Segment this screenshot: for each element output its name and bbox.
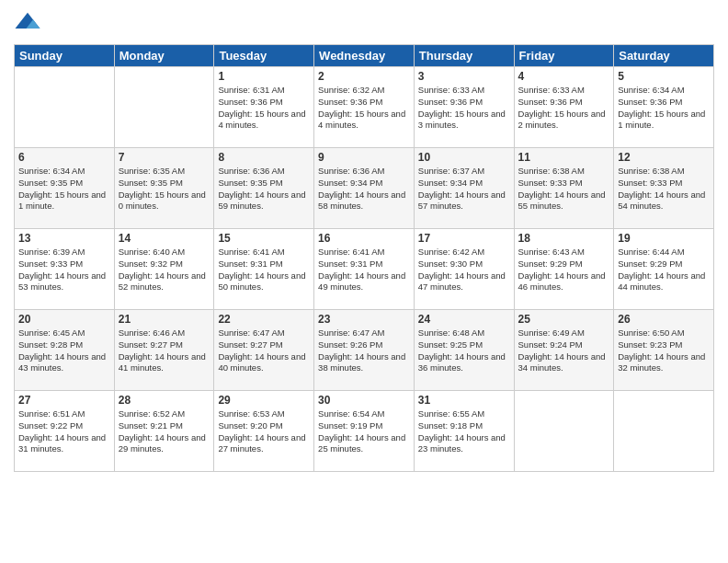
day-info: Sunrise: 6:34 AM Sunset: 9:36 PM Dayligh… [618,85,710,132]
day-number: 20 [18,313,110,326]
day-info: Sunrise: 6:38 AM Sunset: 9:33 PM Dayligh… [518,166,610,213]
weekday-header-monday: Monday [114,45,214,67]
day-number: 21 [119,313,210,326]
day-info: Sunrise: 6:43 AM Sunset: 9:29 PM Dayligh… [518,247,610,293]
day-number: 11 [518,151,610,164]
day-info: Sunrise: 6:41 AM Sunset: 9:31 PM Dayligh… [318,247,410,293]
day-info: Sunrise: 6:36 AM Sunset: 9:35 PM Dayligh… [218,166,310,213]
day-number: 2 [318,70,410,83]
day-info: Sunrise: 6:35 AM Sunset: 9:35 PM Dayligh… [119,166,210,213]
day-number: 24 [418,313,510,326]
day-number: 15 [218,232,310,245]
calendar-cell: 9Sunrise: 6:36 AM Sunset: 9:34 PM Daylig… [314,148,415,229]
weekday-header-tuesday: Tuesday [214,45,314,67]
calendar-cell: 20Sunrise: 6:45 AM Sunset: 9:28 PM Dayli… [15,310,115,391]
day-info: Sunrise: 6:34 AM Sunset: 9:35 PM Dayligh… [18,166,110,213]
calendar-cell: 1Sunrise: 6:31 AM Sunset: 9:36 PM Daylig… [214,67,314,148]
day-info: Sunrise: 6:52 AM Sunset: 9:21 PM Dayligh… [119,408,210,455]
day-number: 30 [318,394,410,407]
day-info: Sunrise: 6:50 AM Sunset: 9:23 PM Dayligh… [618,327,710,374]
day-number: 31 [418,394,510,407]
calendar-cell: 24Sunrise: 6:48 AM Sunset: 9:25 PM Dayli… [414,310,514,391]
day-number: 7 [119,151,210,164]
calendar-cell: 15Sunrise: 6:41 AM Sunset: 9:31 PM Dayli… [214,229,314,310]
day-info: Sunrise: 6:48 AM Sunset: 9:25 PM Dayligh… [418,327,510,374]
weekday-header-sunday: Sunday [15,45,115,67]
day-info: Sunrise: 6:55 AM Sunset: 9:18 PM Dayligh… [418,408,510,455]
calendar-cell: 30Sunrise: 6:54 AM Sunset: 9:19 PM Dayli… [314,391,415,472]
calendar-cell: 28Sunrise: 6:52 AM Sunset: 9:21 PM Dayli… [114,391,214,472]
logo-icon [14,9,41,37]
day-number: 10 [418,151,510,164]
calendar-cell: 2Sunrise: 6:32 AM Sunset: 9:36 PM Daylig… [314,67,415,148]
day-number: 4 [518,70,610,83]
calendar-cell: 23Sunrise: 6:47 AM Sunset: 9:26 PM Dayli… [314,310,415,391]
day-number: 9 [318,151,410,164]
day-info: Sunrise: 6:54 AM Sunset: 9:19 PM Dayligh… [318,408,410,455]
day-number: 17 [418,232,510,245]
page: SundayMondayTuesdayWednesdayThursdayFrid… [0,0,728,563]
day-number: 14 [119,232,210,245]
calendar-cell: 16Sunrise: 6:41 AM Sunset: 9:31 PM Dayli… [314,229,415,310]
weekday-header-friday: Friday [514,45,614,67]
day-number: 3 [418,70,510,83]
day-number: 8 [218,151,310,164]
day-info: Sunrise: 6:31 AM Sunset: 9:36 PM Dayligh… [218,85,310,132]
calendar-cell: 3Sunrise: 6:33 AM Sunset: 9:36 PM Daylig… [414,67,514,148]
calendar-cell: 19Sunrise: 6:44 AM Sunset: 9:29 PM Dayli… [614,229,714,310]
calendar-cell [15,67,115,148]
day-number: 6 [18,151,110,164]
day-info: Sunrise: 6:40 AM Sunset: 9:32 PM Dayligh… [119,247,210,293]
day-number: 18 [518,232,610,245]
day-info: Sunrise: 6:44 AM Sunset: 9:29 PM Dayligh… [618,247,710,293]
day-info: Sunrise: 6:42 AM Sunset: 9:30 PM Dayligh… [418,247,510,293]
day-info: Sunrise: 6:45 AM Sunset: 9:28 PM Dayligh… [18,327,110,374]
day-number: 28 [119,394,210,407]
calendar-cell [614,391,714,472]
logo [14,9,45,37]
day-number: 5 [618,70,710,83]
day-number: 23 [318,313,410,326]
day-info: Sunrise: 6:32 AM Sunset: 9:36 PM Dayligh… [318,85,410,132]
day-number: 29 [218,394,310,407]
calendar-cell: 18Sunrise: 6:43 AM Sunset: 9:29 PM Dayli… [514,229,614,310]
calendar-cell: 26Sunrise: 6:50 AM Sunset: 9:23 PM Dayli… [614,310,714,391]
day-info: Sunrise: 6:37 AM Sunset: 9:34 PM Dayligh… [418,166,510,213]
calendar-cell: 17Sunrise: 6:42 AM Sunset: 9:30 PM Dayli… [414,229,514,310]
calendar-cell: 13Sunrise: 6:39 AM Sunset: 9:33 PM Dayli… [15,229,115,310]
day-info: Sunrise: 6:46 AM Sunset: 9:27 PM Dayligh… [119,327,210,374]
calendar-cell: 14Sunrise: 6:40 AM Sunset: 9:32 PM Dayli… [114,229,214,310]
calendar-cell: 10Sunrise: 6:37 AM Sunset: 9:34 PM Dayli… [414,148,514,229]
calendar-cell: 22Sunrise: 6:47 AM Sunset: 9:27 PM Dayli… [214,310,314,391]
weekday-header-thursday: Thursday [414,45,514,67]
day-info: Sunrise: 6:39 AM Sunset: 9:33 PM Dayligh… [18,247,110,293]
weekday-header-saturday: Saturday [614,45,714,67]
day-number: 1 [218,70,310,83]
calendar-cell: 29Sunrise: 6:53 AM Sunset: 9:20 PM Dayli… [214,391,314,472]
day-info: Sunrise: 6:41 AM Sunset: 9:31 PM Dayligh… [218,247,310,293]
calendar-cell: 8Sunrise: 6:36 AM Sunset: 9:35 PM Daylig… [214,148,314,229]
calendar-cell: 27Sunrise: 6:51 AM Sunset: 9:22 PM Dayli… [15,391,115,472]
day-info: Sunrise: 6:36 AM Sunset: 9:34 PM Dayligh… [318,166,410,213]
day-info: Sunrise: 6:53 AM Sunset: 9:20 PM Dayligh… [218,408,310,455]
day-info: Sunrise: 6:38 AM Sunset: 9:33 PM Dayligh… [618,166,710,213]
day-number: 27 [18,394,110,407]
header [14,9,714,37]
day-info: Sunrise: 6:47 AM Sunset: 9:27 PM Dayligh… [218,327,310,374]
weekday-header-wednesday: Wednesday [314,45,415,67]
day-number: 25 [518,313,610,326]
day-number: 19 [618,232,710,245]
calendar-cell: 31Sunrise: 6:55 AM Sunset: 9:18 PM Dayli… [414,391,514,472]
calendar-cell: 12Sunrise: 6:38 AM Sunset: 9:33 PM Dayli… [614,148,714,229]
day-info: Sunrise: 6:47 AM Sunset: 9:26 PM Dayligh… [318,327,410,374]
calendar: SundayMondayTuesdayWednesdayThursdayFrid… [14,44,714,472]
day-number: 22 [218,313,310,326]
day-number: 26 [618,313,710,326]
day-info: Sunrise: 6:49 AM Sunset: 9:24 PM Dayligh… [518,327,610,374]
calendar-cell [514,391,614,472]
day-number: 12 [618,151,710,164]
calendar-cell: 11Sunrise: 6:38 AM Sunset: 9:33 PM Dayli… [514,148,614,229]
day-info: Sunrise: 6:33 AM Sunset: 9:36 PM Dayligh… [518,85,610,132]
calendar-cell: 25Sunrise: 6:49 AM Sunset: 9:24 PM Dayli… [514,310,614,391]
calendar-cell [114,67,214,148]
